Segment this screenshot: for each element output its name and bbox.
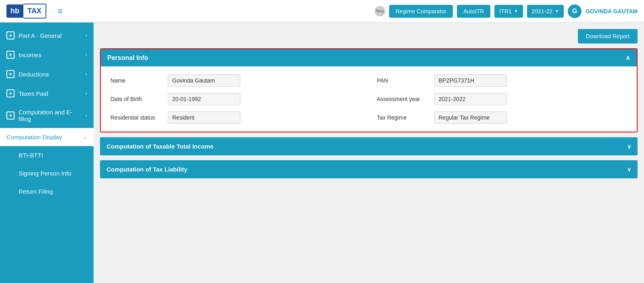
personal-info-header[interactable]: Personal Info ∧	[101, 49, 637, 66]
sidebar-item-bti-btti[interactable]: BTI-BTTI	[0, 146, 94, 164]
tax-regime-row: Tax Regime Regular Tax Regime	[377, 112, 627, 124]
user-name: GOVINDA GAUTAM	[586, 8, 638, 14]
pan-value: BPZPG7371H	[434, 74, 507, 87]
itr1-label: ITR1	[499, 8, 511, 14]
chevron-right-icon: ›	[85, 33, 87, 38]
chevron-right-icon: ›	[85, 113, 87, 118]
personal-info-title: Personal Info	[107, 54, 148, 62]
new-badge: New	[375, 6, 385, 17]
sidebar-item-computation-display[interactable]: Computation Display ⌄	[0, 128, 94, 146]
download-report-button[interactable]: Download Report	[578, 29, 638, 43]
assessment-year-value: 2021-2022	[434, 93, 507, 105]
sidebar-item-label: Part A - General	[19, 32, 62, 39]
personal-info-body: Name Govinda Gautam PAN BPZPG7371H Date …	[101, 66, 637, 132]
name-row: Name Govinda Gautam	[110, 74, 361, 87]
chevron-right-icon: ›	[85, 71, 87, 77]
taxable-income-title: Computation of Taxable Total Income	[106, 143, 213, 150]
year-dropdown-button[interactable]: 2021-22 ▼	[527, 5, 564, 18]
taxable-income-section[interactable]: Computation of Taxable Total Income ∨	[100, 137, 638, 155]
chevron-down-icon: ⌄	[83, 134, 87, 140]
personal-info-card: Personal Info ∧ Name Govinda Gautam PAN …	[100, 48, 638, 132]
content-area: Download Report Personal Info ∧ Name Gov…	[94, 23, 644, 283]
pan-label: PAN	[377, 77, 429, 84]
main-layout: + Part A - General › + Incomes › + Deduc…	[0, 23, 644, 283]
itr1-dropdown-button[interactable]: ITR1 ▼	[494, 5, 523, 18]
assessment-year-label: Assessment year	[377, 96, 429, 102]
sidebar-item-incomes[interactable]: + Incomes ›	[0, 45, 94, 64]
tax-regime-value: Regular Tax Regime	[434, 112, 507, 124]
plus-icon: +	[6, 70, 15, 78]
sidebar-item-label: Computation Display	[6, 134, 62, 140]
taxable-income-chevron-icon: ∨	[627, 143, 631, 150]
tax-liability-title: Computation of Tax Liability	[106, 166, 188, 173]
collapse-icon[interactable]: ∧	[625, 54, 630, 62]
content-header: Download Report	[100, 29, 638, 43]
sidebar-item-computation-efiling[interactable]: + Computation and E-filing ›	[0, 103, 94, 128]
sidebar-item-part-a-general[interactable]: + Part A - General ›	[0, 26, 94, 45]
tax-liability-section[interactable]: Computation of Tax Liability ∨	[100, 160, 638, 178]
residential-status-value: Resident	[168, 112, 240, 124]
dob-label: Date of Birth	[110, 96, 163, 102]
name-label: Name	[110, 77, 163, 84]
chevron-right-icon: ›	[85, 91, 87, 96]
sidebar-item-label: Deductions	[19, 71, 49, 78]
sidebar-item-label: Taxes Paid	[19, 90, 48, 97]
name-value: Govinda Gautam	[168, 74, 240, 87]
year-chevron-icon: ▼	[555, 9, 559, 13]
plus-icon: +	[6, 51, 15, 59]
tax-regime-label: Tax Regime	[377, 114, 429, 121]
residential-status-label: Residential status	[110, 114, 163, 121]
auto-itr-button[interactable]: AutoITR	[457, 5, 490, 18]
residential-status-row: Residential status Resident	[110, 112, 361, 124]
personal-info-grid: Name Govinda Gautam PAN BPZPG7371H Date …	[110, 74, 627, 124]
tax-liability-chevron-icon: ∨	[627, 166, 631, 173]
sidebar-item-return-filing[interactable]: Return Filing	[0, 182, 94, 200]
sidebar-item-label: Incomes	[19, 52, 42, 58]
avatar: G	[568, 4, 581, 18]
hamburger-menu[interactable]: ≡	[58, 6, 63, 17]
logo-tax: TAX	[23, 4, 46, 19]
itr1-chevron-icon: ▼	[514, 9, 518, 13]
plus-icon: +	[6, 31, 15, 39]
regime-comparator-button[interactable]: Regime Comparator	[389, 5, 453, 18]
sidebar-item-label: Computation and E-filing	[19, 109, 81, 122]
chevron-right-icon: ›	[85, 52, 87, 58]
pan-row: PAN BPZPG7371H	[377, 74, 627, 87]
sidebar-item-deductions[interactable]: + Deductions ›	[0, 64, 94, 84]
logo-area: hb TAX	[6, 4, 46, 19]
sidebar-item-signing-person-info[interactable]: Signing Person Info	[0, 164, 94, 182]
plus-icon: +	[6, 89, 15, 97]
header-actions: New Regime Comparator AutoITR ITR1 ▼ 202…	[375, 4, 638, 18]
logo-hb: hb	[6, 4, 23, 18]
sidebar: + Part A - General › + Incomes › + Deduc…	[0, 23, 94, 283]
year-label: 2021-22	[532, 8, 552, 14]
header: hb TAX ≡ New Regime Comparator AutoITR I…	[0, 0, 644, 23]
dob-row: Date of Birth 20-01-1992	[110, 93, 361, 105]
assessment-year-row: Assessment year 2021-2022	[377, 93, 627, 105]
plus-icon: +	[6, 112, 15, 120]
dob-value: 20-01-1992	[168, 93, 240, 105]
sidebar-item-taxes-paid[interactable]: + Taxes Paid ›	[0, 84, 94, 103]
